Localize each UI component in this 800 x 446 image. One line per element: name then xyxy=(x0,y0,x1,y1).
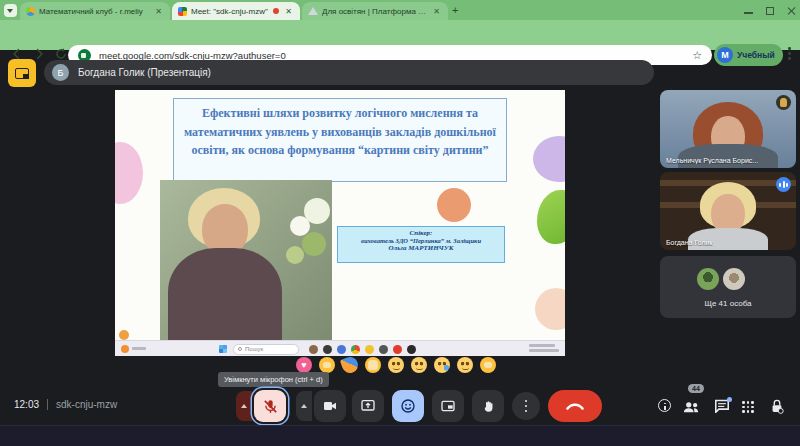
raise-hand-icon xyxy=(481,399,496,414)
mic-off-icon xyxy=(262,398,279,415)
smiley-icon xyxy=(400,398,416,414)
profile-label: Учебный xyxy=(737,50,775,60)
participant-video xyxy=(678,144,778,168)
decorative-blob xyxy=(535,288,565,330)
shared-taskbar-app-icon xyxy=(407,345,416,354)
speaker-heading: Спікер: xyxy=(338,229,504,237)
forward-icon[interactable] xyxy=(32,47,46,61)
reaction-wow-icon[interactable] xyxy=(411,357,427,373)
reactions-button[interactable] xyxy=(392,390,424,422)
flowers-decor xyxy=(286,246,304,264)
meet-favicon-icon xyxy=(178,7,187,16)
speaker-name: Ольга МАРТИНЧУК xyxy=(338,244,504,252)
shared-search-label: Пошук xyxy=(245,346,263,352)
decorative-blob xyxy=(437,188,471,222)
bookmark-star-icon[interactable]: ☆ xyxy=(692,49,702,62)
tab-title: Для освітян | Платформа роз xyxy=(322,7,427,16)
camera-icon xyxy=(322,398,338,414)
decorative-blob xyxy=(533,136,565,182)
chat-button[interactable] xyxy=(714,399,730,413)
reaction-party-icon[interactable] xyxy=(340,355,361,376)
shared-taskbar-app-icon xyxy=(379,345,388,354)
close-icon[interactable] xyxy=(787,6,796,15)
presentation-pip-button[interactable] xyxy=(8,59,36,87)
presenter-avatar: Б xyxy=(52,64,69,81)
participant-count-badge: 44 xyxy=(688,384,704,393)
reactions-bar: ♥ xyxy=(296,357,496,373)
url-text[interactable]: meet.google.com/sdk-cnju-mzw?authuser=0 xyxy=(99,50,692,61)
tab-close-icon[interactable]: ✕ xyxy=(283,7,294,16)
tab-platform[interactable]: Для освітян | Платформа роз ✕ xyxy=(302,2,448,20)
tab-math-club[interactable]: Математичний клуб - r.meliy ✕ xyxy=(20,2,170,20)
tab-close-icon[interactable]: ✕ xyxy=(153,7,164,16)
mic-button[interactable] xyxy=(254,390,286,422)
windows-taskbar: 55 W УКР 12:03 20.10.2025 xyxy=(0,425,800,446)
more-participants-label: Ще 41 особа xyxy=(660,299,796,308)
more-participants-tile[interactable]: Ще 41 особа xyxy=(660,256,796,318)
end-call-button[interactable] xyxy=(548,390,602,422)
recording-indicator-icon xyxy=(273,8,279,14)
reaction-joy-icon[interactable] xyxy=(388,357,404,373)
slide-title: Ефективні шляхи розвитку логічного мисле… xyxy=(173,98,507,182)
meeting-details-icon[interactable] xyxy=(658,399,671,412)
participant-tile[interactable]: Мельничук Руслана Борис... xyxy=(660,90,796,168)
activities-icon[interactable] xyxy=(742,401,754,413)
camera-button[interactable] xyxy=(314,390,346,422)
mic-tooltip: Увімкнути мікрофон (ctrl + d) xyxy=(218,372,329,387)
reaction-heart-icon[interactable]: ♥ xyxy=(296,357,312,373)
people-icon[interactable] xyxy=(682,399,700,415)
shared-taskbar-app-icon xyxy=(365,345,374,354)
reaction-thinking-icon[interactable] xyxy=(457,357,473,373)
person-figure xyxy=(168,248,282,348)
browser-titlebar: Математичний клуб - r.meliy ✕ Meet: "sdk… xyxy=(0,0,800,20)
reload-icon[interactable] xyxy=(54,47,68,61)
chat-notification-dot xyxy=(727,397,732,402)
participant-tile[interactable]: Богдана Голик xyxy=(660,172,796,250)
shared-search-box: Пошук xyxy=(233,344,299,355)
shared-taskbar-app-icon xyxy=(337,345,346,354)
shared-taskbar-app-icon xyxy=(309,345,318,354)
end-call-icon xyxy=(565,399,585,413)
meeting-info: 12:03 sdk-cnju-mzw xyxy=(14,399,117,410)
shared-app-label xyxy=(132,347,146,350)
tab-close-icon[interactable]: ✕ xyxy=(431,7,442,16)
reaction-clap-icon[interactable] xyxy=(365,357,381,373)
pip-layout-icon xyxy=(440,398,456,414)
tab-meet[interactable]: Meet: "sdk-cnju-mzw" ✕ xyxy=(172,2,300,20)
present-screen-button[interactable] xyxy=(352,390,384,422)
shared-taskbar-app-icon xyxy=(323,345,332,354)
reaction-thumbs-down-icon[interactable] xyxy=(480,357,496,373)
participant-name: Мельничук Руслана Борис... xyxy=(666,157,758,164)
maximize-icon[interactable] xyxy=(766,7,774,15)
mic-options-chevron[interactable] xyxy=(236,391,252,421)
more-options-button[interactable] xyxy=(512,392,540,420)
flowers-decor xyxy=(302,232,326,256)
speaker-info-box: Спікер: вихователь ЗДО “Перлинка” м. Зал… xyxy=(337,226,505,263)
meeting-clock: 12:03 xyxy=(14,399,39,410)
shared-app-icon xyxy=(121,345,129,353)
speaking-indicator-icon xyxy=(776,177,791,192)
reaction-thumbs-up-icon[interactable] xyxy=(319,357,335,373)
decorative-blob xyxy=(115,142,143,204)
host-controls-icon[interactable] xyxy=(770,399,784,414)
shared-start-icon xyxy=(219,345,227,353)
presentation-icon xyxy=(15,68,29,79)
more-options-icon xyxy=(525,405,528,408)
minimize-icon[interactable] xyxy=(744,12,753,14)
tab-favicon-icon xyxy=(308,7,318,15)
search-icon xyxy=(238,347,242,351)
meeting-code: sdk-cnju-mzw xyxy=(47,399,117,410)
reaction-cry-icon[interactable] xyxy=(434,357,450,373)
shared-tray-clock xyxy=(529,344,559,352)
layout-button[interactable] xyxy=(432,390,464,422)
camera-options-chevron[interactable] xyxy=(296,391,312,421)
new-tab-button[interactable]: + xyxy=(452,4,458,16)
tab-search-chevron-icon[interactable] xyxy=(4,4,17,17)
participant-avatar xyxy=(723,268,745,290)
shared-taskbar-app-icon xyxy=(351,345,360,354)
profile-chip[interactable]: M Учебный xyxy=(714,44,783,66)
speaker-role: вихователь ЗДО “Перлинка” м. Заліщики xyxy=(338,237,504,244)
browser-menu-icon[interactable] xyxy=(788,47,791,50)
profile-avatar: M xyxy=(717,47,733,63)
raise-hand-button[interactable] xyxy=(472,390,504,422)
